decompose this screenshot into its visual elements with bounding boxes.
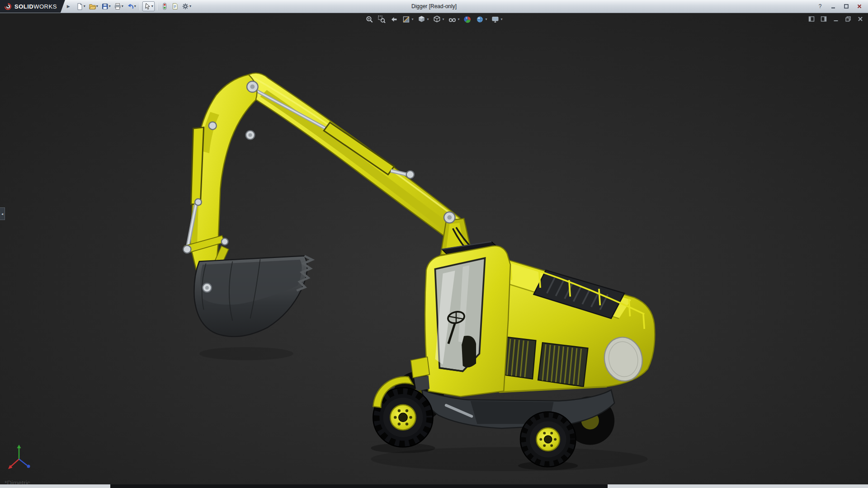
pane-left-icon[interactable] bbox=[808, 16, 815, 22]
minimize-button[interactable] bbox=[830, 4, 836, 9]
undo-arrow-icon bbox=[127, 3, 134, 10]
boom-body-pivot-pin bbox=[444, 212, 455, 223]
apply-scene-button[interactable]: ▾ bbox=[476, 15, 488, 24]
open-button[interactable]: ▾ bbox=[87, 1, 99, 11]
solidworks-logo: SOLIDWORKS bbox=[0, 0, 65, 13]
toolbar-separator bbox=[140, 2, 140, 10]
bucket[interactable] bbox=[194, 256, 312, 337]
dropdown-caret-icon[interactable]: ▾ bbox=[458, 18, 460, 21]
document-info-icon bbox=[171, 3, 179, 10]
monitor-icon bbox=[491, 15, 500, 23]
floppy-icon bbox=[101, 3, 108, 10]
excavator-model-canvas[interactable] bbox=[0, 13, 868, 484]
dropdown-caret-icon[interactable]: ▾ bbox=[501, 18, 503, 21]
toolbar-expander-icon[interactable]: ▶ bbox=[67, 4, 70, 9]
view-orientation-button[interactable]: ▾ bbox=[417, 15, 429, 24]
traffic-light-icon bbox=[161, 3, 168, 10]
dropdown-caret-icon[interactable]: ▾ bbox=[411, 18, 413, 21]
panel-collapse-handle[interactable]: ◂ bbox=[0, 207, 5, 220]
toolbar-separator bbox=[157, 2, 157, 10]
dropdown-caret-icon[interactable]: ▾ bbox=[134, 5, 136, 8]
gear-icon bbox=[182, 3, 189, 10]
bottom-bar bbox=[0, 484, 868, 488]
previous-view-button[interactable] bbox=[389, 15, 398, 24]
dropdown-caret-icon[interactable]: ▾ bbox=[122, 5, 123, 8]
main-toolbar: ▾ ▾ ▾ ▾ ▾ bbox=[75, 1, 193, 11]
dropdown-caret-icon[interactable]: ▾ bbox=[109, 5, 111, 8]
hide-show-items-button[interactable]: ▾ bbox=[448, 15, 460, 24]
section-cube-icon bbox=[402, 15, 410, 23]
reference-triad bbox=[7, 443, 39, 472]
page-icon bbox=[76, 3, 83, 10]
new-document-button[interactable]: ▾ bbox=[75, 1, 87, 11]
options-button[interactable]: ▾ bbox=[180, 1, 193, 11]
doc-minimize-button[interactable] bbox=[833, 16, 839, 22]
graphics-viewport[interactable]: ▾ ▾ ▾ ▾ bbox=[0, 13, 868, 484]
magnifier-area-icon bbox=[377, 15, 386, 23]
collapse-arrow-icon: ◂ bbox=[1, 212, 3, 216]
titlebar: SOLIDWORKS ▶ ▾ ▾ ▾ bbox=[0, 0, 868, 13]
print-button[interactable]: ▾ bbox=[113, 1, 125, 11]
scene-sphere-icon bbox=[476, 15, 484, 23]
dropdown-caret-icon[interactable]: ▾ bbox=[151, 5, 153, 8]
printer-icon bbox=[114, 3, 121, 10]
side-grille-2 bbox=[538, 343, 588, 386]
color-ball-icon bbox=[464, 15, 472, 23]
doc-restore-button[interactable] bbox=[845, 16, 851, 22]
magnifier-icon bbox=[365, 15, 373, 23]
boom-arm[interactable] bbox=[246, 73, 465, 240]
wireframe-cube-icon bbox=[433, 15, 441, 23]
display-style-button[interactable]: ▾ bbox=[432, 15, 444, 24]
glasses-icon bbox=[448, 15, 457, 23]
dropdown-caret-icon[interactable]: ▾ bbox=[96, 5, 98, 8]
document-window-controls bbox=[808, 16, 863, 22]
brand-name: SOLIDWORKS bbox=[14, 3, 57, 10]
doc-close-button[interactable] bbox=[857, 16, 863, 22]
heads-up-toolbar: ▾ ▾ ▾ ▾ bbox=[365, 15, 503, 24]
rebuild-button[interactable] bbox=[160, 1, 170, 11]
edit-appearance-button[interactable] bbox=[463, 15, 472, 24]
dropdown-caret-icon[interactable]: ▾ bbox=[427, 18, 429, 21]
undo-button[interactable]: ▾ bbox=[125, 1, 137, 11]
zoom-to-area-button[interactable] bbox=[377, 15, 386, 24]
bottom-bar-dark-segment bbox=[110, 484, 608, 488]
dropdown-caret-icon[interactable]: ▾ bbox=[84, 5, 85, 8]
window-controls: ? bbox=[817, 4, 868, 9]
dropdown-caret-icon[interactable]: ▾ bbox=[189, 5, 191, 8]
cube-icon bbox=[417, 15, 425, 23]
zoom-to-fit-button[interactable] bbox=[365, 15, 374, 24]
window-title: Digger [Read-only] bbox=[411, 3, 457, 9]
seat bbox=[462, 336, 476, 367]
folder-icon bbox=[89, 3, 96, 10]
arrow-left-icon bbox=[390, 15, 398, 23]
file-properties-button[interactable] bbox=[170, 1, 180, 11]
cursor-arrow-icon bbox=[144, 3, 151, 10]
windshield bbox=[435, 258, 485, 371]
view-settings-button[interactable]: ▾ bbox=[491, 15, 503, 24]
section-view-button[interactable]: ▾ bbox=[401, 15, 414, 24]
help-button[interactable]: ? bbox=[817, 4, 823, 9]
dropdown-caret-icon[interactable]: ▾ bbox=[486, 18, 487, 21]
save-button[interactable]: ▾ bbox=[100, 1, 112, 11]
cab[interactable] bbox=[411, 242, 510, 397]
stick-arm[interactable] bbox=[184, 75, 257, 289]
select-button[interactable]: ▾ bbox=[142, 1, 155, 11]
boom-hydraulic-cylinder bbox=[255, 90, 410, 175]
maximize-button[interactable] bbox=[843, 4, 849, 9]
upper-body[interactable] bbox=[486, 258, 655, 392]
pane-right-icon[interactable] bbox=[821, 16, 827, 22]
dropdown-caret-icon[interactable]: ▾ bbox=[442, 18, 444, 21]
view-orientation-label: *Dimetric bbox=[5, 479, 30, 484]
ds-logo-icon bbox=[4, 3, 12, 10]
close-button[interactable] bbox=[856, 4, 863, 9]
